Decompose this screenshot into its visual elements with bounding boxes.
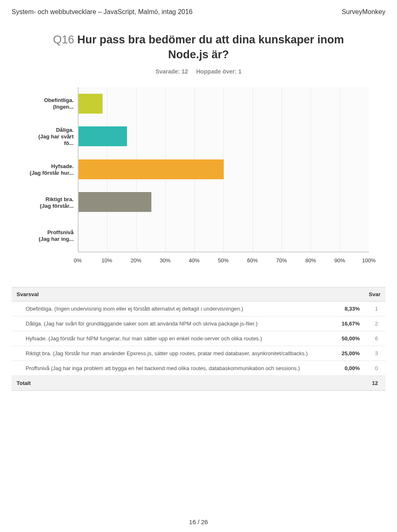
bar — [79, 159, 224, 179]
x-axis: 0%10%20%30%40%50%60%70%80%90%100% — [28, 256, 369, 266]
table-row: Hyfsade. (Jag förstår hur NPM fungerar, … — [12, 331, 385, 346]
option-count: 2 — [365, 316, 385, 331]
x-axis-tick: 60% — [247, 257, 258, 264]
page: System- och webbutvecklare – JavaScript,… — [0, 0, 397, 532]
bar-row — [79, 87, 369, 120]
table-header-row: Svarsval Svar — [12, 287, 385, 301]
bar-chart: Obefintliga. (Ingen...Dåliga. (Jag har s… — [28, 87, 369, 252]
answered-count: Svarade: 12 — [155, 68, 188, 75]
table-total-row: Totalt12 — [12, 375, 385, 390]
bars — [79, 87, 369, 252]
x-axis-tick: 20% — [131, 257, 141, 264]
option-label: Dåliga. (Jag har svårt för grundläggande… — [12, 316, 328, 331]
col-option: Svarsval — [12, 287, 328, 301]
bar-row — [79, 218, 369, 252]
bar — [79, 126, 127, 146]
header-left: System- och webbutvecklare – JavaScript,… — [12, 8, 193, 16]
question-number: Q16 — [53, 33, 74, 46]
option-label: Proffsnivå (Jag har inga problem att byg… — [12, 361, 328, 375]
x-axis-tick: 50% — [218, 257, 229, 264]
option-count: 0 — [365, 361, 385, 375]
x-axis-tick: 10% — [101, 257, 112, 264]
bar — [79, 94, 103, 114]
x-axis-tick: 80% — [305, 257, 316, 264]
table-row: Obefintliga. (Ingen undervisning inom el… — [12, 301, 385, 316]
option-percent: 50,00% — [328, 331, 365, 346]
option-label: Riktigt bra. (Jag förstår hur man använd… — [12, 346, 328, 361]
page-header: System- och webbutvecklare – JavaScript,… — [12, 8, 385, 16]
table-row: Dåliga. (Jag har svårt för grundläggande… — [12, 316, 385, 331]
y-axis-labels: Obefintliga. (Ingen...Dåliga. (Jag har s… — [28, 87, 78, 252]
option-label: Obefintliga. (Ingen undervisning inom el… — [12, 301, 328, 316]
plot-area — [78, 87, 369, 252]
question-text: Hur pass bra bedömer du att dina kunskap… — [77, 33, 344, 61]
bar-row — [79, 186, 369, 219]
table-row: Riktigt bra. (Jag förstår hur man använd… — [12, 346, 385, 361]
question-title: Q16 Hur pass bra bedömer du att dina kun… — [36, 32, 361, 62]
page-footer: 16 / 26 — [0, 518, 397, 525]
y-axis-label: Proffsnivå (Jag har ing... — [28, 219, 78, 252]
total-label: Totalt — [12, 375, 328, 390]
option-label: Hyfsade. (Jag förstår hur NPM fungerar, … — [12, 331, 328, 346]
x-axis-tick: 40% — [189, 257, 200, 264]
skipped-count: Hoppade över: 1 — [196, 68, 242, 75]
option-count: 6 — [365, 331, 385, 346]
x-axis-tick: 90% — [335, 257, 345, 264]
x-axis-tick: 100% — [362, 257, 375, 264]
results-table: Svarsval Svar Obefintliga. (Ingen underv… — [12, 287, 385, 391]
y-axis-label: Dåliga. (Jag har svårt fö... — [28, 120, 78, 153]
bar — [79, 192, 151, 212]
y-axis-label: Hyfsade. (Jag förstår hur... — [28, 153, 78, 186]
total-count: 12 — [365, 375, 385, 390]
option-percent: 16,67% — [328, 316, 365, 331]
response-meta: Svarade: 12 Hoppade över: 1 — [12, 68, 385, 75]
table-row: Proffsnivå (Jag har inga problem att byg… — [12, 361, 385, 375]
header-right: SurveyMonkey — [342, 8, 385, 16]
col-svar: Svar — [328, 287, 385, 301]
option-percent: 25,00% — [328, 346, 365, 361]
option-percent: 8,33% — [328, 301, 365, 316]
x-axis-tick: 70% — [276, 257, 287, 264]
x-axis-tick: 30% — [160, 257, 170, 264]
option-percent: 0,00% — [328, 361, 365, 375]
bar-row — [79, 120, 369, 153]
bar-row — [79, 153, 369, 186]
y-axis-label: Obefintliga. (Ingen... — [28, 87, 78, 120]
y-axis-label: Riktigt bra. (Jag förstår... — [28, 186, 78, 219]
x-axis-tick: 0% — [74, 257, 82, 264]
option-count: 3 — [365, 346, 385, 361]
option-count: 1 — [365, 301, 385, 316]
